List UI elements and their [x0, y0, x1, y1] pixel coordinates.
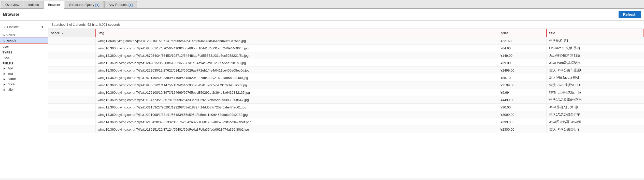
cell-title: 佳沃技术 第1 [547, 37, 644, 45]
sidebar-item-user[interactable]: user [0, 44, 48, 49]
cell-score [48, 67, 96, 74]
cell-score [48, 81, 96, 89]
cell-img: //img12.360buyimg.com/n7/jfs/t1/87954/34… [96, 52, 498, 59]
chevron-down-icon: ▼ [41, 25, 44, 29]
triangle-icon: ▶ [4, 83, 6, 86]
search-info: Searched 1 of 1 shards. 52 hits. 0.001 s… [48, 21, 644, 29]
field-item-age[interactable]: ▶ age [0, 65, 48, 71]
cell-img: //img13.360buyimg.com/n7/jfs/t1/184773/2… [96, 96, 498, 104]
cell-score [48, 45, 96, 52]
cell-price: ¥9.99 [498, 89, 547, 96]
cell-title: Java基础入门 第3版 | [547, 104, 644, 111]
cell-score [48, 89, 96, 96]
cell-score [48, 59, 96, 67]
table-header-row: score ▲ img price title [48, 29, 644, 37]
tab-structured-query[interactable]: Structured Query [+] [65, 1, 104, 8]
browser-header: Browser Refresh [0, 9, 644, 21]
cell-score [48, 52, 96, 59]
cell-price: ¥2499.00 [498, 67, 547, 74]
tab-any-request[interactable]: Any Request [+] [104, 1, 137, 8]
cell-img: //img1.360buyimg.com/n7/jfs/t1/120210/15… [96, 37, 498, 45]
field-item-title[interactable]: ▶ title [0, 87, 48, 92]
cell-score [48, 104, 96, 111]
page-title: Browser [3, 12, 19, 17]
triangle-icon: ▶ [4, 88, 6, 91]
table-row[interactable]: //img13.360buyimg.com/n7/jfs/t1/184773/2… [48, 96, 644, 104]
fields-section-label: Fields [0, 60, 48, 65]
cell-title: Java四大名著: Java编 [547, 118, 644, 126]
triangle-icon: ▶ [4, 72, 6, 75]
triangle-icon: ▶ [4, 78, 6, 80]
cell-img: //img12.360buyimg.com/n7/jfs/t1/31153/27… [96, 104, 498, 111]
table-row[interactable]: //img14.360buyimg.com/n7/jfs/t1/221998/1… [48, 111, 644, 118]
cell-title: 佳沃JAVA/佳沃VELO [547, 81, 644, 89]
cell-price: ¥4499.00 [498, 96, 547, 104]
sidebar-item-jd-goods[interactable]: jd_goods [0, 37, 48, 44]
table-row[interactable]: //img10.360buyimg.com/n7/jfs/t1/172108/1… [48, 89, 644, 96]
table-row[interactable]: //img10.360buyimg.com/n7/jfs/t1/95561/21… [48, 81, 644, 89]
cell-title: 佳沃JAVA公路自行车 [547, 126, 644, 133]
all-indices-select[interactable]: All Indices ▼ [2, 24, 46, 30]
cell-price: ¥85.10 [498, 74, 547, 81]
cell-img: //img10.360buyimg.com/n7/jfs/t1/95561/21… [96, 81, 498, 89]
triangle-icon: ▶ [4, 67, 6, 70]
table-row[interactable]: //img14.360buyimg.com/n7/jfs/t1/69149/40… [48, 74, 644, 81]
cell-price: ¥2199.00 [498, 81, 547, 89]
cell-title: 佳沃JAVA公路车蓝图F [547, 67, 644, 74]
sidebar: All Indices ▼ Indices jd_goods user Type… [0, 21, 48, 178]
cell-title: Java Web及其框架技 [547, 59, 644, 67]
cell-score [48, 118, 96, 126]
tab-browser[interactable]: Browser [44, 1, 64, 9]
cell-img: //img11.360buyimg.com/n7/jfs/t1/222635/1… [96, 67, 498, 74]
sort-asc-icon: ▲ [62, 32, 64, 35]
table-container[interactable]: score ▲ img price title [48, 29, 644, 178]
table-row[interactable]: //img12.360buyimg.com/n7/jfs/t1/87954/34… [48, 52, 644, 59]
col-header-score[interactable]: score ▲ [48, 29, 96, 37]
table-row[interactable]: //img1.360buyimg.com/n7/jfs/t1/120210/15… [48, 37, 644, 45]
tab-indices[interactable]: Indices [24, 1, 43, 8]
cell-score [48, 126, 96, 133]
cell-score [48, 111, 96, 118]
cell-price: ¥149.00 [498, 52, 547, 59]
table-row[interactable]: //img14.360buyimg.com/n7/jfs/t1/210428/3… [48, 118, 644, 126]
table-row[interactable]: //img12.360buyimg.com/n7/jfs/t1/31153/27… [48, 104, 644, 111]
field-item-price[interactable]: ▶ price [0, 81, 48, 87]
content-layout: All Indices ▼ Indices jd_goods user Type… [0, 21, 644, 178]
right-panel: Searched 1 of 1 shards. 52 hits. 0.001 s… [48, 21, 644, 178]
col-header-img[interactable]: img [96, 29, 498, 37]
tab-overview[interactable]: Overview [1, 1, 23, 8]
col-header-price[interactable]: price [498, 29, 547, 37]
results-table: score ▲ img price title [48, 29, 644, 133]
refresh-button[interactable]: Refresh [619, 11, 641, 18]
cell-title: On Java 中文版 基础 [547, 45, 644, 52]
table-row[interactable]: //img12.360buyimg.com/n7/jfs/t1/242815/8… [48, 59, 644, 67]
table-row[interactable]: //img10.360buyimg.com/n7/jfs/t1/88661/17… [48, 45, 644, 52]
cell-price: ¥64.90 [498, 45, 547, 52]
cell-img: //img14.360buyimg.com/n7/jfs/t1/69149/40… [96, 74, 498, 81]
cell-img: //img10.360buyimg.com/n7/jfs/t1/135151/2… [96, 126, 498, 133]
cell-price: ¥2300.00 [498, 126, 547, 133]
cell-img: //img12.360buyimg.com/n7/jfs/t1/242815/8… [96, 59, 498, 67]
sidebar-item-doc[interactable]: _doc [0, 54, 48, 60]
cell-img: //img10.360buyimg.com/n7/jfs/t1/172108/1… [96, 89, 498, 96]
indices-section-label: Indices [0, 32, 48, 37]
col-header-title[interactable]: title [547, 29, 644, 37]
main-area: Browser Refresh All Indices ▼ Indices jd… [0, 9, 644, 178]
cell-title: 佳沃JAVA鱼雷6公路自 [547, 96, 644, 104]
types-section-label: Types [0, 49, 48, 54]
cell-price: ¥22168 [498, 37, 547, 45]
cell-score [48, 96, 96, 104]
table-row[interactable]: //img10.360buyimg.com/n7/jfs/t1/135151/2… [48, 126, 644, 133]
cell-price: ¥30.00 [498, 104, 547, 111]
table-row[interactable]: //img11.360buyimg.com/n7/jfs/t1/222635/1… [48, 67, 644, 74]
cell-img: //img10.360buyimg.com/n7/jfs/t1/88661/17… [96, 45, 498, 52]
field-item-name[interactable]: ▶ name [0, 76, 48, 81]
cell-price: ¥399.00 [498, 118, 547, 126]
cell-title: 佳沃JAVA公路自行车 [547, 111, 644, 118]
cell-score [48, 74, 96, 81]
cell-img: //img14.360buyimg.com/n7/jfs/t1/221998/1… [96, 111, 498, 118]
cell-score [48, 37, 96, 45]
cell-price: ¥39.00 [498, 59, 547, 67]
cell-price: ¥3099.00 [498, 111, 547, 118]
field-item-img[interactable]: ▶ img [0, 71, 48, 76]
